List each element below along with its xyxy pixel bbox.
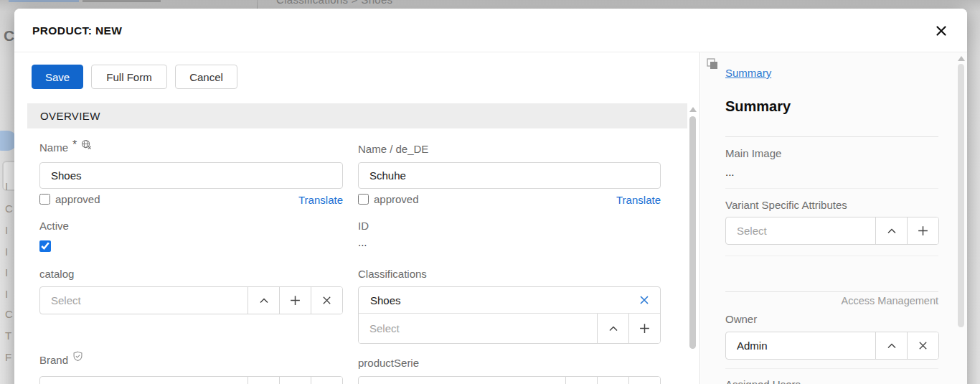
- background-list-item: I: [5, 180, 8, 192]
- summary-heading: Summary: [725, 98, 791, 115]
- product-serie-field-label: productSerie: [358, 357, 419, 369]
- name-de-translate-link[interactable]: Translate: [616, 194, 661, 206]
- x-icon: [918, 340, 928, 351]
- name-de-input[interactable]: [358, 162, 661, 189]
- background-list-item: I: [5, 224, 8, 236]
- chevron-up-icon: [258, 295, 270, 306]
- required-marker: *: [72, 139, 77, 151]
- background-tab-underline: [83, 0, 161, 2]
- brand-field-label-row: Brand: [39, 354, 83, 366]
- name-field-label: Name: [39, 141, 68, 154]
- access-management-section-label: Access Management: [842, 295, 938, 306]
- catalog-select-input[interactable]: [40, 287, 248, 314]
- catalog-add-button[interactable]: [279, 287, 311, 314]
- x-icon: [321, 295, 332, 306]
- product-serie-select-input[interactable]: [359, 377, 565, 384]
- product-serie-open-button[interactable]: [565, 377, 597, 384]
- brand-select-input[interactable]: [40, 377, 248, 384]
- background-button-fragment: [0, 131, 14, 151]
- classifications-add-button[interactable]: [628, 314, 660, 343]
- name-translate-link[interactable]: Translate: [298, 194, 343, 206]
- save-button[interactable]: Save: [32, 65, 83, 89]
- owner-open-button[interactable]: [875, 332, 907, 359]
- classifications-select-row: [359, 314, 660, 343]
- name-translate-wrap: Translate: [39, 194, 343, 207]
- catalog-field-label: catalog: [39, 268, 74, 280]
- overview-section-header: OVERVIEW: [27, 103, 687, 128]
- assigned-users-label: Assigned Users: [725, 378, 801, 384]
- name-input[interactable]: [39, 162, 343, 189]
- variant-attributes-open-button[interactable]: [875, 217, 907, 244]
- product-serie-add-button[interactable]: [597, 377, 628, 384]
- owner-select-input[interactable]: [726, 332, 875, 359]
- product-serie-clear-button[interactable]: [628, 377, 660, 384]
- background-input-fragment: [2, 161, 14, 191]
- variant-attributes-add-button[interactable]: [907, 217, 938, 244]
- product-serie-picker: [358, 376, 661, 384]
- divider: [725, 136, 938, 137]
- summary-sidebar: Summary Summary Main Image ... Variant S…: [701, 52, 967, 384]
- divider: [725, 256, 938, 256]
- close-button[interactable]: [934, 24, 948, 38]
- plus-icon: [639, 322, 651, 334]
- background-heading: C: [4, 27, 14, 45]
- globe-untranslated-icon: [81, 139, 92, 150]
- background-tab-underline: [9, 0, 79, 2]
- sidebar-nav-summary-link[interactable]: Summary: [725, 67, 771, 79]
- form-scrollbar: [689, 103, 697, 384]
- owner-label: Owner: [725, 313, 757, 325]
- background-list-item: C: [5, 308, 13, 320]
- scroll-up-arrow[interactable]: [689, 107, 697, 112]
- background-list-item: C: [5, 202, 13, 215]
- divider: [725, 291, 938, 292]
- active-checkbox[interactable]: [39, 240, 51, 252]
- name-de-translate-wrap: Translate: [358, 194, 661, 207]
- x-icon: [639, 294, 650, 306]
- brand-open-button[interactable]: [248, 377, 279, 384]
- page: Classifications > Shoes C I C I I I I C …: [0, 0, 980, 384]
- catalog-open-button[interactable]: [248, 287, 279, 314]
- plus-icon: [289, 294, 301, 306]
- background-list-item: F: [5, 351, 11, 363]
- brand-picker: [39, 376, 343, 384]
- brand-field-label: Brand: [39, 354, 68, 366]
- classifications-field-label: Classifications: [358, 268, 427, 280]
- variant-attributes-select-input[interactable]: [726, 217, 875, 244]
- modal-title: PRODUCT: NEW: [32, 9, 122, 52]
- cancel-button[interactable]: Cancel: [175, 65, 237, 89]
- shield-check-icon: [72, 351, 83, 362]
- classification-remove-button[interactable]: [638, 294, 651, 306]
- background-divider: [257, 0, 258, 9]
- owner-picker: [725, 332, 939, 360]
- brand-clear-button[interactable]: [311, 377, 342, 384]
- classifications-group: Shoes: [358, 286, 661, 344]
- background-page-left: C I C I I I I C T F: [0, 9, 14, 384]
- chevron-up-icon: [886, 340, 897, 352]
- form-scrollbar-thumb[interactable]: [689, 116, 696, 349]
- product-new-modal: PRODUCT: NEW Save Full Form Cancel OVERV…: [14, 9, 967, 384]
- scroll-up-arrow[interactable]: [958, 56, 965, 61]
- sidebar-scrollbar-thumb[interactable]: [958, 64, 964, 327]
- name-field-label-row: Name *: [39, 141, 92, 154]
- full-form-button[interactable]: Full Form: [91, 65, 167, 89]
- background-list-item: T: [5, 329, 11, 342]
- brand-add-button[interactable]: [279, 377, 311, 384]
- classification-item-row: Shoes: [359, 287, 660, 314]
- variant-attributes-label: Variant Specific Attributes: [725, 199, 847, 211]
- id-field-label: ID: [358, 220, 369, 232]
- plus-icon: [917, 225, 929, 237]
- classifications-select-input[interactable]: [359, 314, 597, 343]
- classifications-open-button[interactable]: [597, 314, 628, 343]
- background-list-item: I: [5, 288, 8, 300]
- background-list-item: I: [5, 245, 8, 258]
- variant-attributes-picker: [725, 217, 939, 245]
- id-value: ...: [358, 236, 367, 248]
- main-image-value: ...: [725, 166, 735, 178]
- modal-body: Save Full Form Cancel OVERVIEW Name *: [14, 52, 967, 384]
- close-icon: [936, 25, 947, 37]
- owner-clear-button[interactable]: [907, 332, 938, 359]
- chevron-up-icon: [608, 323, 619, 334]
- catalog-clear-button[interactable]: [311, 287, 342, 314]
- chevron-up-icon: [886, 225, 897, 237]
- name-de-field-label: Name / de_DE: [358, 143, 428, 155]
